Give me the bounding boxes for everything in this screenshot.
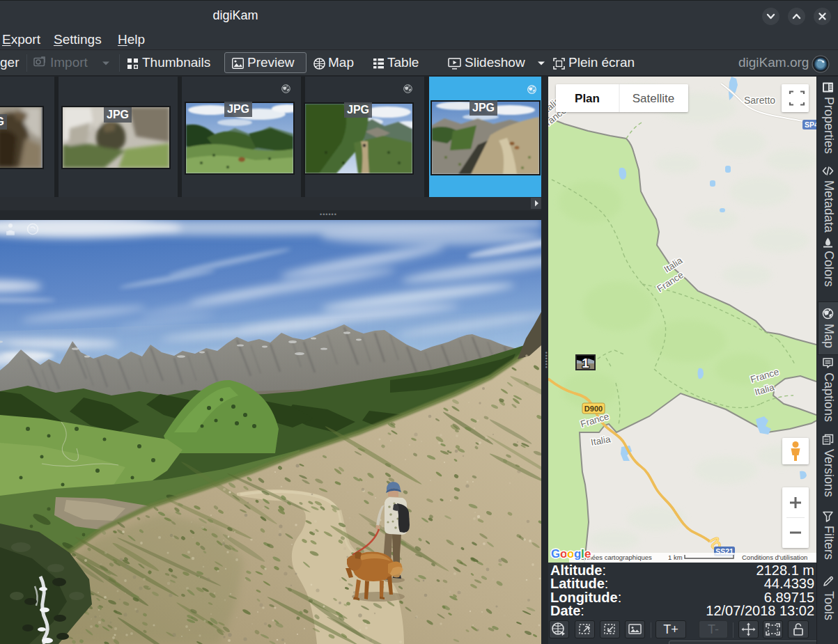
svg-text:e: e — [584, 547, 591, 560]
svg-text:1 km: 1 km — [668, 553, 683, 561]
svg-text:Conditions d'utilisation: Conditions d'utilisation — [742, 553, 807, 561]
svg-text:Plan: Plan — [575, 92, 600, 105]
svg-text:Satellite: Satellite — [633, 92, 674, 105]
svg-text:o: o — [560, 547, 567, 560]
svg-text:g: g — [574, 547, 581, 560]
svg-text:G: G — [551, 547, 560, 560]
svg-text:D900: D900 — [584, 405, 603, 413]
svg-text:Saretto: Saretto — [744, 95, 775, 106]
svg-text:o: o — [567, 547, 574, 560]
svg-text:1: 1 — [582, 356, 589, 370]
svg-text:SP4: SP4 — [805, 120, 816, 129]
